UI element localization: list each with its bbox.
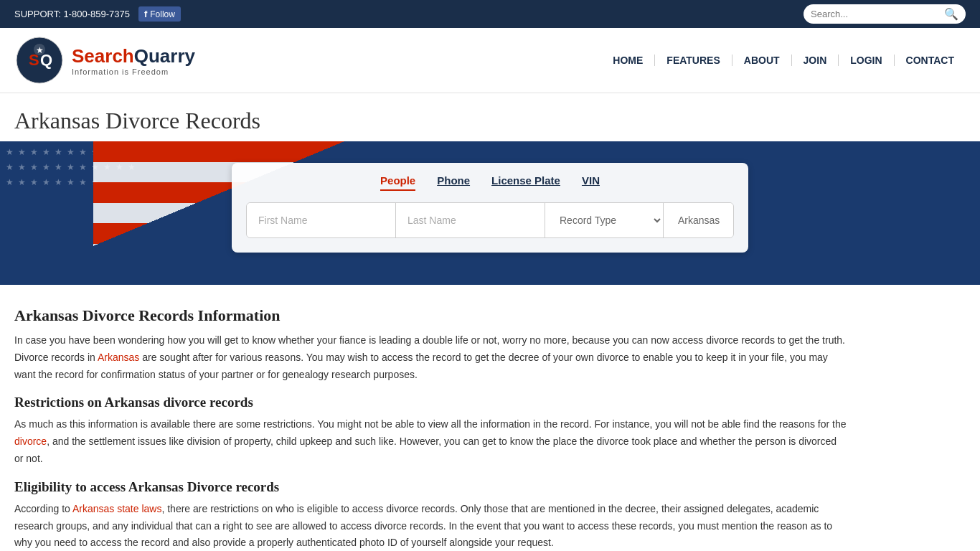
tab-people[interactable]: People <box>380 174 415 191</box>
last-name-input[interactable] <box>396 203 545 237</box>
nav-home[interactable]: HOME <box>601 55 655 66</box>
fb-follow-button[interactable]: Follow <box>138 6 181 22</box>
hero-banner: ★★★★★★★★★★★★★★★★★★★★★★★★★★★★★★ People Ph… <box>0 141 980 285</box>
logo: S Q ★ SearchQuarry Information is Freedo… <box>14 35 195 85</box>
section2-title: Restrictions on Arkansas divorce records <box>14 395 847 410</box>
state-select[interactable]: All States Alabama Arkansas California T… <box>664 203 734 237</box>
logo-text: SearchQuarry Information is Freedom <box>72 45 195 76</box>
arkansas-state-laws-link[interactable]: Arkansas state laws <box>72 503 162 514</box>
section3-body: According to Arkansas state laws, there … <box>14 501 847 551</box>
svg-text:★: ★ <box>36 45 44 55</box>
section1-body: In case you have been wondering how you … <box>14 332 847 383</box>
nav-contact[interactable]: CONTACT <box>895 55 966 66</box>
fb-follow-label: Follow <box>150 9 175 19</box>
top-search-input[interactable] <box>811 9 940 19</box>
top-bar-left: SUPPORT: 1-800-859-7375 Follow <box>14 6 181 22</box>
first-name-input[interactable] <box>247 203 396 237</box>
main-nav: HOME FEATURES ABOUT JOIN LOGIN CONTACT <box>601 55 966 66</box>
page-title: Arkansas Divorce Records <box>14 108 966 134</box>
brand-name: SearchQuarry <box>72 45 195 67</box>
top-bar: SUPPORT: 1-800-859-7375 Follow 🔍 <box>0 0 980 28</box>
stripe-red-1 <box>93 141 344 162</box>
nav-features[interactable]: FEATURES <box>655 55 732 66</box>
section2-body: As much as this information is available… <box>14 416 847 467</box>
nav-login[interactable]: LOGIN <box>839 55 894 66</box>
tab-vin[interactable]: VIN <box>582 174 600 191</box>
top-search-bar[interactable]: 🔍 <box>804 4 966 24</box>
top-search-button[interactable]: 🔍 <box>944 7 958 21</box>
logo-tagline: Information is Freedom <box>72 67 195 76</box>
tab-license-plate[interactable]: License Plate <box>491 174 560 191</box>
logo-icon: S Q ★ <box>14 35 65 85</box>
nav-about[interactable]: ABOUT <box>732 55 792 66</box>
page-title-section: Arkansas Divorce Records <box>0 93 980 141</box>
section1-title: Arkansas Divorce Records Information <box>14 306 847 325</box>
brand-quarry: Quarry <box>134 45 195 67</box>
arkansas-link-1[interactable]: Arkansas <box>98 352 139 363</box>
search-widget: People Phone License Plate VIN Record Ty… <box>232 163 748 253</box>
nav-join[interactable]: JOIN <box>792 55 839 66</box>
divorce-link[interactable]: divorce <box>14 435 47 447</box>
search-inputs: Record Type Divorce Records Marriage Rec… <box>246 202 734 238</box>
brand-search: Search <box>72 45 134 67</box>
tab-phone[interactable]: Phone <box>437 174 470 191</box>
header: S Q ★ SearchQuarry Information is Freedo… <box>0 28 980 93</box>
stripe-red-4 <box>93 264 344 285</box>
record-type-select[interactable]: Record Type Divorce Records Marriage Rec… <box>545 203 664 237</box>
main-content: Arkansas Divorce Records Information In … <box>0 285 861 551</box>
section3-title: Eligibility to access Arkansas Divorce r… <box>14 479 847 495</box>
search-tabs: People Phone License Plate VIN <box>246 174 734 191</box>
support-text: SUPPORT: 1-800-859-7375 <box>14 9 130 19</box>
